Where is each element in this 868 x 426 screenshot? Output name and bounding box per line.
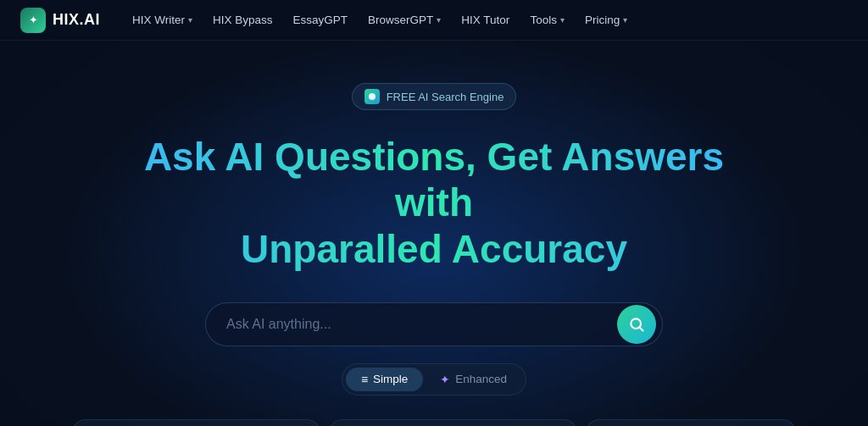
suggestion-chip[interactable]: How many calories are in an apple? ↗ [586,419,796,426]
nav-browsergpt[interactable]: BrowserGPT ▾ [359,8,449,31]
chevron-down-icon: ▾ [188,15,192,25]
nav-menu: HIX Writer ▾ HIX Bypass EssayGPT Browser… [124,8,848,31]
svg-point-0 [369,93,376,100]
simple-icon: ≡ [361,373,368,386]
nav-essaygpt[interactable]: EssayGPT [285,8,357,31]
chevron-down-icon: ▾ [623,15,627,25]
main-content: FREE AI Search Engine Ask AI Questions, … [0,41,868,426]
search-bar [205,302,663,346]
sparkle-icon: ✦ [440,373,450,386]
navbar: ✦ HIX.AI HIX Writer ▾ HIX Bypass EssayGP… [0,0,868,41]
svg-line-2 [640,328,643,331]
search-button[interactable] [617,305,656,344]
hero-title: Ask AI Questions, Get Answers with Unpar… [137,134,731,272]
mode-toggle: ≡ Simple ✦ Enhanced [342,363,526,396]
nav-hix-tutor[interactable]: HIX Tutor [453,8,518,31]
logo-text: HIX.AI [53,11,100,29]
logo-icon: ✦ [20,8,46,33]
nav-tools[interactable]: Tools ▾ [521,8,573,31]
badge-text: FREE AI Search Engine [387,91,504,103]
nav-hix-bypass[interactable]: HIX Bypass [204,8,281,31]
logo[interactable]: ✦ HIX.AI [20,8,100,33]
suggestion-row-1: What is the population of the United Sta… [72,419,796,426]
chevron-down-icon: ▾ [560,15,565,25]
suggestions: What is the population of the United Sta… [72,419,796,426]
search-wrapper [205,302,663,346]
nav-hix-writer[interactable]: HIX Writer ▾ [124,8,201,31]
toggle-enhanced[interactable]: ✦ Enhanced [425,368,522,391]
search-input[interactable] [226,317,603,332]
search-icon [628,316,645,333]
suggestion-chip[interactable]: What are some Italian restaurants near m… [329,419,577,426]
free-badge[interactable]: FREE AI Search Engine [352,83,517,110]
nav-pricing[interactable]: Pricing ▾ [576,8,636,31]
suggestion-chip[interactable]: What is the population of the United Sta… [72,419,320,426]
badge-icon [364,89,380,104]
toggle-simple[interactable]: ≡ Simple [346,368,423,391]
chevron-down-icon: ▾ [437,15,441,25]
